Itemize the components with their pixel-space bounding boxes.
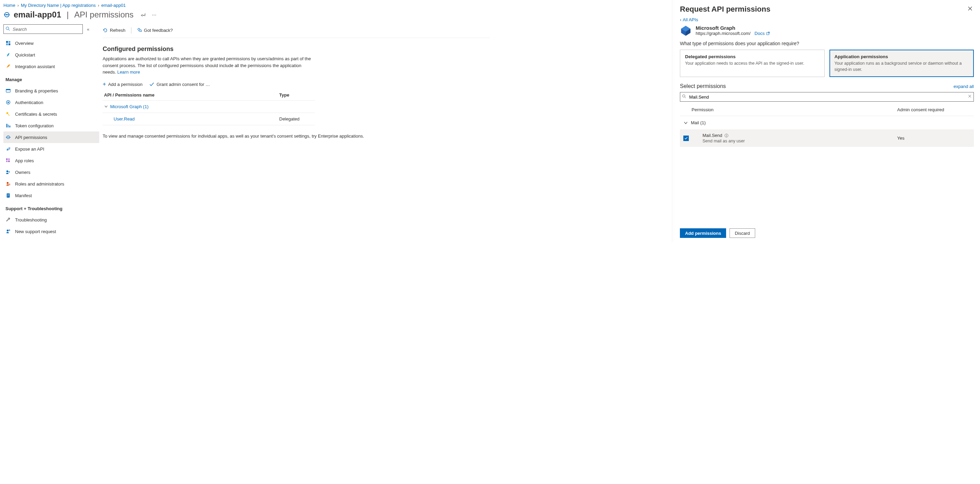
main-content: Refresh Got feedback? Configured permiss… xyxy=(99,23,490,237)
sidebar-item-label: Expose an API xyxy=(15,146,44,152)
svg-point-26 xyxy=(6,170,8,172)
sidebar-item-overview[interactable]: Overview xyxy=(3,37,99,49)
sidebar-search-input[interactable] xyxy=(3,24,83,34)
rocket-icon xyxy=(5,64,11,69)
sidebar-heading-manage: Manage xyxy=(3,72,99,85)
chevron-right-icon: › xyxy=(18,3,19,8)
chevron-right-icon: › xyxy=(98,3,99,8)
svg-point-27 xyxy=(8,171,10,172)
sidebar-item-label: API permissions xyxy=(15,135,47,140)
manifest-icon xyxy=(5,193,11,198)
sidebar-item-label: Overview xyxy=(15,41,33,46)
sidebar-item-label: App roles xyxy=(15,158,34,163)
sidebar-item-api-permissions[interactable]: API permissions xyxy=(3,131,99,143)
svg-line-5 xyxy=(8,29,10,31)
svg-point-29 xyxy=(9,184,10,185)
col-header-api: API / Permissions name xyxy=(104,92,279,97)
permission-group-graph[interactable]: Microsoft Graph (1) xyxy=(103,100,315,113)
svg-rect-16 xyxy=(10,126,11,127)
svg-point-28 xyxy=(7,182,8,184)
sidebar-item-integration-assistant[interactable]: Integration assistant xyxy=(3,61,99,72)
sidebar-item-label: Manifest xyxy=(15,193,32,198)
svg-rect-31 xyxy=(7,194,9,195)
expose-api-icon xyxy=(5,146,11,151)
key-icon xyxy=(5,111,11,116)
sidebar-item-branding[interactable]: Branding & properties xyxy=(3,85,99,97)
collapse-sidebar-icon[interactable]: « xyxy=(86,25,91,33)
feedback-button[interactable]: Got feedback? xyxy=(137,28,173,33)
permission-row-user-read[interactable]: User.Read Delegated xyxy=(103,113,315,125)
sidebar: « Overview Quickstart Integration assist… xyxy=(0,23,99,237)
pin-icon[interactable] xyxy=(140,11,147,19)
refresh-button[interactable]: Refresh xyxy=(103,28,126,33)
grant-consent-label: Grant admin consent for … xyxy=(156,82,210,87)
page-section: API permissions xyxy=(74,10,134,19)
feedback-icon xyxy=(137,28,142,33)
configured-permissions-title: Configured permissions xyxy=(103,46,490,53)
sidebar-item-label: New support request xyxy=(15,229,56,234)
svg-rect-24 xyxy=(6,161,8,162)
breadcrumb: Home › My Directory Name | App registrat… xyxy=(0,0,490,9)
col-header-type: Type xyxy=(279,92,313,97)
refresh-icon xyxy=(103,28,108,33)
api-permissions-icon xyxy=(5,135,11,140)
toolbar: Refresh Got feedback? xyxy=(103,23,490,38)
page-title-row: email-app01 | API permissions ⋯ xyxy=(0,9,490,23)
sidebar-item-roles-admins[interactable]: Roles and administrators xyxy=(3,178,99,189)
more-icon[interactable]: ⋯ xyxy=(151,11,158,19)
sidebar-item-app-roles[interactable]: App roles xyxy=(3,155,99,166)
svg-rect-9 xyxy=(8,43,10,45)
support-icon xyxy=(5,229,11,234)
svg-rect-6 xyxy=(6,41,8,43)
svg-point-35 xyxy=(8,229,10,231)
svg-point-36 xyxy=(138,29,140,30)
add-permission-button[interactable]: + Add a permission xyxy=(103,82,142,87)
svg-point-20 xyxy=(8,137,9,138)
svg-point-34 xyxy=(7,230,8,231)
configured-permissions-desc: Applications are authorized to call APIs… xyxy=(103,56,315,76)
page-title: email-app01 xyxy=(14,10,61,19)
sidebar-item-manifest[interactable]: Manifest xyxy=(3,189,99,201)
app-roles-icon xyxy=(5,158,11,163)
feedback-label: Got feedback? xyxy=(144,28,173,33)
sidebar-item-label: Certificates & secrets xyxy=(15,111,57,117)
quickstart-icon xyxy=(5,53,11,57)
footer-note: To view and manage consented permissions… xyxy=(103,134,490,139)
sidebar-item-certificates[interactable]: Certificates & secrets xyxy=(3,108,99,120)
sidebar-item-expose-api[interactable]: Expose an API xyxy=(3,143,99,155)
grant-consent-button[interactable]: Grant admin consent for … xyxy=(149,82,210,87)
permission-type: Delegated xyxy=(279,116,313,121)
permission-group-label[interactable]: Microsoft Graph (1) xyxy=(110,104,148,109)
learn-more-link[interactable]: Learn more xyxy=(118,70,140,75)
svg-point-3 xyxy=(6,14,8,15)
sidebar-item-troubleshooting[interactable]: Troubleshooting xyxy=(3,214,99,226)
chevron-down-icon xyxy=(104,104,108,108)
sidebar-item-label: Owners xyxy=(15,170,30,175)
breadcrumb-app[interactable]: email-app01 xyxy=(101,3,126,8)
sidebar-item-owners[interactable]: Owners xyxy=(3,166,99,178)
sidebar-item-token-config[interactable]: Token configuration xyxy=(3,120,99,131)
search-icon xyxy=(5,26,10,31)
svg-point-21 xyxy=(7,149,8,151)
sidebar-search[interactable] xyxy=(3,24,83,34)
breadcrumb-home[interactable]: Home xyxy=(3,3,15,8)
title-separator: | xyxy=(67,10,69,19)
permission-name[interactable]: User.Read xyxy=(114,116,134,121)
overview-icon xyxy=(5,41,11,46)
sidebar-item-label: Roles and administrators xyxy=(15,182,64,186)
sidebar-item-label: Integration assistant xyxy=(15,64,55,69)
permissions-table: API / Permissions name Type Microsoft Gr… xyxy=(103,90,315,125)
breadcrumb-dir[interactable]: My Directory Name | App registrations xyxy=(21,3,96,8)
owners-icon xyxy=(5,170,11,175)
branding-icon xyxy=(5,88,11,93)
sidebar-item-authentication[interactable]: Authentication xyxy=(3,97,99,108)
svg-rect-23 xyxy=(8,159,10,160)
svg-rect-8 xyxy=(6,43,8,45)
sidebar-item-quickstart[interactable]: Quickstart xyxy=(3,49,99,61)
sidebar-item-label: Branding & properties xyxy=(15,88,58,94)
svg-rect-22 xyxy=(6,159,8,160)
token-icon xyxy=(5,123,11,128)
sidebar-item-new-support-request[interactable]: New support request xyxy=(3,226,99,237)
check-icon xyxy=(149,82,154,87)
roles-admins-icon xyxy=(5,182,11,186)
